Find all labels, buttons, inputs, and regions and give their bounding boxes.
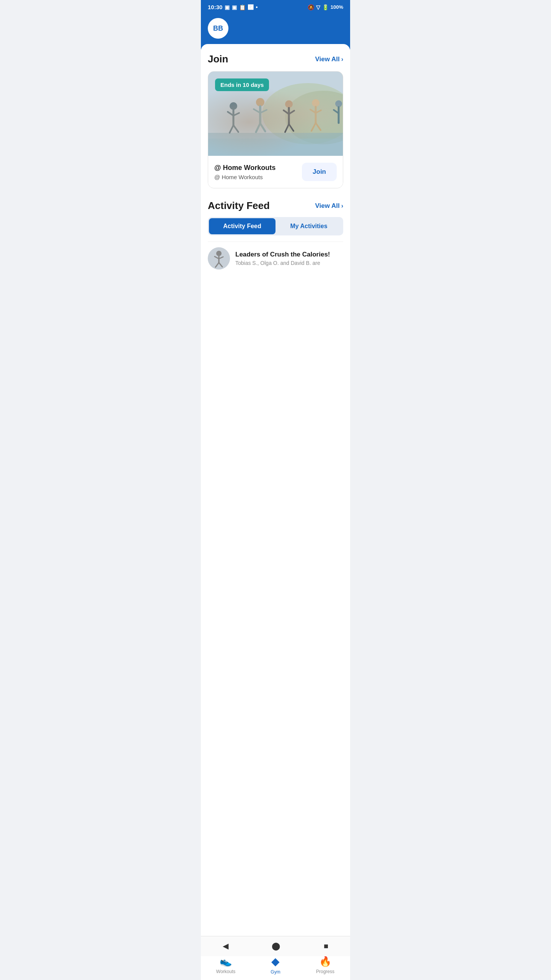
activity-chevron-icon: › xyxy=(341,203,343,209)
activity-avatar xyxy=(208,247,230,270)
svg-point-33 xyxy=(216,251,222,256)
challenge-name: @ Home Workouts xyxy=(214,164,276,172)
join-view-all[interactable]: View All › xyxy=(315,56,343,63)
workouts-label: Workouts xyxy=(216,969,235,974)
challenge-footer: @ Home Workouts @ Home Workouts Join xyxy=(208,156,343,188)
ends-badge: Ends in 10 days xyxy=(215,78,269,91)
challenge-image: Ends in 10 days xyxy=(208,72,343,156)
activity-avatar-svg xyxy=(208,247,230,270)
challenge-card: Ends in 10 days @ Home Workouts @ Home W… xyxy=(208,71,343,188)
user-avatar[interactable]: BB xyxy=(208,18,228,39)
join-section-header: Join View All › xyxy=(208,53,343,65)
status-bar-right: 🔕 ▽ 🔋 100% xyxy=(308,4,343,10)
activity-view-all[interactable]: View All › xyxy=(315,202,343,210)
activity-text: Leaders of Crush the Calories! Tobias S.… xyxy=(235,251,330,266)
mute-icon: 🔕 xyxy=(308,4,314,10)
wifi-icon: ▽ xyxy=(316,4,320,10)
progress-label: Progress xyxy=(316,969,334,974)
sim2-icon: ▣ xyxy=(232,4,237,10)
tab-activity-feed[interactable]: Activity Feed xyxy=(209,218,276,234)
workouts-icon: 👟 xyxy=(220,956,232,967)
back-button[interactable]: ◀ xyxy=(215,939,236,952)
challenge-sub: @ Home Workouts xyxy=(214,174,276,180)
activity-feed-section: Activity Feed View All › Activity Feed M… xyxy=(208,200,343,275)
parking-icon: 🅿 xyxy=(248,4,253,10)
notes-icon: 📋 xyxy=(239,4,246,10)
status-bar-left: 10:30 ▣ ▣ 📋 🅿 • xyxy=(208,4,258,10)
gym-label: Gym xyxy=(271,969,280,975)
activity-tab-switcher: Activity Feed My Activities xyxy=(208,217,343,235)
progress-icon: 🔥 xyxy=(319,956,331,967)
home-button[interactable]: ⬤ xyxy=(264,939,288,952)
activity-title: Leaders of Crush the Calories! xyxy=(235,251,330,258)
status-bar: 10:30 ▣ ▣ 📋 🅿 • 🔕 ▽ 🔋 100% xyxy=(201,0,350,13)
recent-button[interactable]: ■ xyxy=(316,940,336,952)
battery-icon: 🔋 xyxy=(322,4,329,10)
nav-workouts[interactable]: 👟 Workouts xyxy=(212,956,239,974)
activity-sub: Tobias S., Olga O. and David B. are xyxy=(235,260,330,266)
main-content: Join View All › xyxy=(201,44,350,963)
battery-percent: 100% xyxy=(331,4,343,10)
challenge-info: @ Home Workouts @ Home Workouts xyxy=(214,164,276,180)
chevron-right-icon: › xyxy=(341,56,343,63)
activity-item: Leaders of Crush the Calories! Tobias S.… xyxy=(208,242,343,275)
nav-gym[interactable]: ◆ Gym xyxy=(262,955,289,975)
status-time: 10:30 xyxy=(208,4,222,10)
activity-section-header: Activity Feed View All › xyxy=(208,200,343,212)
system-nav: ◀ ⬤ ■ xyxy=(201,936,350,956)
tab-my-activities[interactable]: My Activities xyxy=(276,218,342,234)
activity-feed-title: Activity Feed xyxy=(208,200,270,212)
join-title: Join xyxy=(208,53,228,65)
dot-icon: • xyxy=(256,4,258,10)
nav-progress[interactable]: 🔥 Progress xyxy=(312,956,339,974)
sim-icon: ▣ xyxy=(225,4,230,10)
gym-icon: ◆ xyxy=(271,955,280,968)
join-button[interactable]: Join xyxy=(302,163,337,181)
